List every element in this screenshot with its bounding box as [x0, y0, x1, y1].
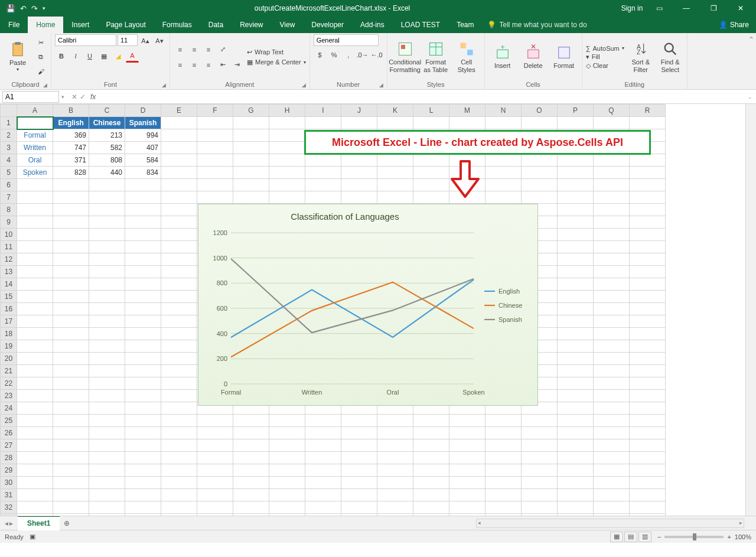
cell-I31[interactable]: [305, 489, 341, 501]
cell-P23[interactable]: [558, 390, 594, 402]
decrease-decimal-icon[interactable]: ←.0: [370, 48, 383, 61]
cell-E15[interactable]: [161, 291, 197, 303]
cell-P18[interactable]: [558, 328, 594, 340]
cell-I27[interactable]: [305, 439, 341, 452]
cell-H26[interactable]: [269, 427, 305, 439]
redo-icon[interactable]: ↷: [31, 4, 38, 13]
font-color-icon[interactable]: A: [126, 50, 139, 63]
cell-E2[interactable]: [161, 129, 197, 142]
cell-M33[interactable]: [449, 514, 485, 516]
cell-O27[interactable]: [522, 439, 558, 452]
underline-icon[interactable]: U: [83, 50, 96, 63]
cell-K29[interactable]: [377, 464, 413, 477]
cell-C21[interactable]: [89, 365, 125, 377]
cell-M25[interactable]: [449, 415, 485, 427]
cell-R9[interactable]: [630, 216, 666, 229]
cell-I32[interactable]: [305, 501, 341, 514]
cell-K32[interactable]: [377, 501, 413, 514]
cell-B1[interactable]: English: [53, 117, 89, 129]
cell-R20[interactable]: [630, 353, 666, 365]
cell-Q8[interactable]: [594, 204, 630, 216]
cell-E13[interactable]: [161, 266, 197, 278]
qat-more-icon[interactable]: ▾: [43, 5, 45, 11]
cell-E29[interactable]: [161, 464, 197, 477]
cell-B13[interactable]: [53, 266, 89, 278]
cell-Q14[interactable]: [594, 278, 630, 291]
cell-R33[interactable]: [630, 514, 666, 516]
zoom-in-icon[interactable]: +: [727, 533, 731, 540]
delete-button[interactable]: ✕Delete: [519, 36, 548, 79]
cell-A8[interactable]: [17, 204, 53, 216]
cell-I30[interactable]: [305, 477, 341, 489]
cell-N5[interactable]: [485, 167, 522, 179]
cell-P27[interactable]: [558, 439, 594, 452]
cell-P1[interactable]: [558, 117, 594, 129]
number-format-combo[interactable]: [314, 34, 379, 46]
cell-P21[interactable]: [558, 365, 594, 377]
cell-B28[interactable]: [53, 452, 89, 464]
cell-L6[interactable]: [413, 179, 449, 191]
cell-B30[interactable]: [53, 477, 89, 489]
cell-P13[interactable]: [558, 266, 594, 278]
cell-E4[interactable]: [161, 154, 197, 167]
minimize-icon[interactable]: —: [673, 0, 699, 17]
cell-E5[interactable]: [161, 167, 197, 179]
cell-P8[interactable]: [558, 204, 594, 216]
cell-P6[interactable]: [558, 179, 594, 191]
cell-A2[interactable]: Formal: [17, 129, 53, 142]
decrease-indent-icon[interactable]: ⇤: [216, 58, 229, 71]
cell-E25[interactable]: [161, 415, 197, 427]
cell-P33[interactable]: [558, 514, 594, 516]
cell-P5[interactable]: [558, 167, 594, 179]
cell-F29[interactable]: [197, 464, 233, 477]
cell-E14[interactable]: [161, 278, 197, 291]
cell-O26[interactable]: [522, 427, 558, 439]
cell-D23[interactable]: [125, 390, 161, 402]
cell-Q29[interactable]: [594, 464, 630, 477]
cell-Q20[interactable]: [594, 353, 630, 365]
tab-file[interactable]: File: [0, 17, 28, 33]
cell-C26[interactable]: [89, 427, 125, 439]
cell-A26[interactable]: [17, 427, 53, 439]
cell-O25[interactable]: [522, 415, 558, 427]
cell-D29[interactable]: [125, 464, 161, 477]
tab-developer[interactable]: Developer: [303, 17, 352, 33]
cell-F30[interactable]: [197, 477, 233, 489]
cell-L27[interactable]: [413, 439, 449, 452]
cell-B18[interactable]: [53, 328, 89, 340]
cell-D26[interactable]: [125, 427, 161, 439]
cell-B20[interactable]: [53, 353, 89, 365]
cell-C9[interactable]: [89, 216, 125, 229]
cell-D21[interactable]: [125, 365, 161, 377]
increase-font-icon[interactable]: A▴: [139, 34, 152, 47]
cell-A4[interactable]: Oral: [17, 154, 53, 167]
cell-B9[interactable]: [53, 216, 89, 229]
cell-K1[interactable]: [377, 117, 413, 129]
cell-M27[interactable]: [449, 439, 485, 452]
comma-icon[interactable]: ,: [342, 48, 355, 61]
cell-B21[interactable]: [53, 365, 89, 377]
cell-C33[interactable]: [89, 514, 125, 516]
cell-L26[interactable]: [413, 427, 449, 439]
cell-R24[interactable]: [630, 402, 666, 415]
cell-R26[interactable]: [630, 427, 666, 439]
cell-G29[interactable]: [233, 464, 269, 477]
tab-home[interactable]: Home: [28, 17, 63, 33]
cell-J5[interactable]: [341, 167, 377, 179]
cell-F33[interactable]: [197, 514, 233, 516]
cell-A17[interactable]: [17, 315, 53, 328]
cell-J25[interactable]: [341, 415, 377, 427]
cell-D30[interactable]: [125, 477, 161, 489]
cell-A3[interactable]: Written: [17, 142, 53, 154]
cell-P19[interactable]: [558, 340, 594, 353]
cell-D24[interactable]: [125, 402, 161, 415]
cell-R31[interactable]: [630, 489, 666, 501]
cell-A10[interactable]: [17, 229, 53, 241]
cell-D6[interactable]: [125, 179, 161, 191]
cell-C11[interactable]: [89, 241, 125, 253]
cell-P7[interactable]: [558, 191, 594, 204]
cell-C2[interactable]: 213: [89, 129, 125, 142]
cell-F26[interactable]: [197, 427, 233, 439]
find-select-button[interactable]: Find & Select: [657, 36, 683, 79]
cell-L5[interactable]: [413, 167, 449, 179]
